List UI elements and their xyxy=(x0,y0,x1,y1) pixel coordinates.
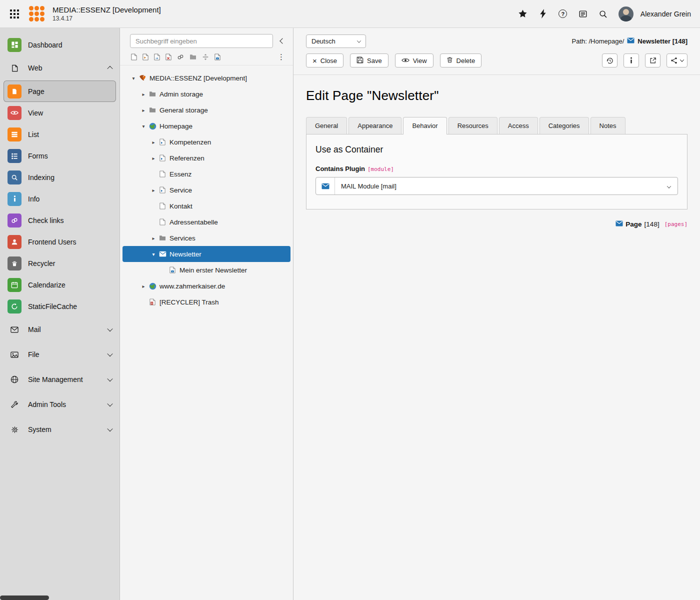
admin-tools-section-icon xyxy=(8,400,22,408)
record-uid: [148] xyxy=(644,220,660,228)
tab-access[interactable]: Access xyxy=(499,117,538,134)
module-section-mail[interactable]: Mail xyxy=(0,317,120,342)
chevron-collapsed-icon[interactable]: ▸ xyxy=(150,188,158,193)
chevron-down-icon xyxy=(107,326,112,332)
chevron-collapsed-icon[interactable]: ▸ xyxy=(150,236,158,241)
tree-node-kontakt[interactable]: Kontakt xyxy=(122,198,290,214)
new-separator-icon[interactable] xyxy=(202,54,209,60)
view-button[interactable]: View xyxy=(395,54,434,68)
chevron-collapsed-icon[interactable]: ▸ xyxy=(150,156,158,161)
module-section-web[interactable]: Web xyxy=(0,56,120,80)
module-staticfilecache[interactable]: StaticFileCache xyxy=(0,296,120,317)
close-button[interactable]: × Close xyxy=(306,54,344,68)
bookmark-star-icon[interactable] xyxy=(514,6,532,22)
tree-node-recycler-trash[interactable]: [RECYCLER] Trash xyxy=(122,294,290,310)
view-button-label: View xyxy=(413,57,427,64)
chevron-collapsed-icon[interactable]: ▸ xyxy=(140,284,148,289)
clear-cache-bolt-icon[interactable] xyxy=(534,6,552,22)
module-section-site-management[interactable]: Site Management xyxy=(0,367,120,392)
language-select[interactable]: Deutsch xyxy=(306,34,366,48)
new-standard-page-icon[interactable] xyxy=(131,54,137,60)
chevron-expanded-icon[interactable]: ▾ xyxy=(140,124,148,129)
new-mountpoint-page-icon[interactable] xyxy=(177,54,184,60)
module-calendarize[interactable]: Calendarize xyxy=(0,274,120,296)
collapse-tree-icon[interactable] xyxy=(276,34,289,48)
contains-plugin-select[interactable]: MAIL Module [mail] xyxy=(316,177,678,195)
close-button-label: Close xyxy=(320,57,337,64)
module-section-file[interactable]: File xyxy=(0,342,120,367)
view-module-icon xyxy=(8,106,22,120)
module-list[interactable]: List xyxy=(0,124,120,145)
module-forms[interactable]: Forms xyxy=(0,145,120,166)
module-recycler[interactable]: Recycler xyxy=(0,252,120,274)
chevron-collapsed-icon[interactable]: ▸ xyxy=(140,92,148,97)
modules-grid-icon[interactable] xyxy=(6,6,23,22)
tab-categories[interactable]: Categories xyxy=(540,117,589,134)
globe-icon xyxy=(148,122,158,130)
module-frontend-users[interactable]: Frontend Users xyxy=(0,231,120,252)
tree-node-services[interactable]: ▸ Services xyxy=(122,230,290,246)
module-label: Frontend Users xyxy=(28,238,76,246)
new-external-link-page-icon[interactable] xyxy=(154,54,160,60)
module-section-system[interactable]: System xyxy=(0,417,120,442)
tab-resources[interactable]: Resources xyxy=(448,117,498,134)
tree-node-zahmerkaiser[interactable]: ▸ www.zahmerkaiser.de xyxy=(122,278,290,294)
page-icon xyxy=(158,170,168,178)
tree-node-label: www.zahmerkaiser.de xyxy=(160,282,225,290)
section-label: System xyxy=(28,426,52,434)
user-name[interactable]: Alexander Grein xyxy=(640,10,691,18)
web-section-icon xyxy=(8,64,22,72)
tree-node-newsletter[interactable]: ▾ Newsletter xyxy=(122,246,290,262)
delete-button[interactable]: Delete xyxy=(440,54,482,68)
module-section-admin-tools[interactable]: Admin Tools xyxy=(0,392,120,417)
new-folder-icon[interactable] xyxy=(190,54,196,60)
search-icon[interactable] xyxy=(594,6,612,22)
system-section-icon xyxy=(8,426,22,434)
tab-notes[interactable]: Notes xyxy=(590,117,626,134)
folder-icon xyxy=(148,107,158,113)
tab-behavior[interactable]: Behavior xyxy=(403,117,446,134)
tree-node-admin-storage[interactable]: ▸ Admin storage xyxy=(122,86,290,102)
chevron-expanded-icon[interactable]: ▾ xyxy=(150,252,158,257)
history-button[interactable] xyxy=(602,54,618,68)
chevron-down-icon xyxy=(357,38,361,42)
save-button[interactable]: Save xyxy=(350,54,388,68)
module-check-links[interactable]: Check links xyxy=(0,210,120,231)
module-indexing[interactable]: Indexing xyxy=(0,166,120,188)
new-shortcut-page-icon[interactable] xyxy=(142,54,148,60)
info-button[interactable] xyxy=(624,54,639,68)
horizontal-scrollbar-thumb[interactable] xyxy=(0,596,49,600)
module-view[interactable]: View xyxy=(0,102,120,124)
tab-general[interactable]: General xyxy=(306,117,347,134)
system-information-icon[interactable] xyxy=(574,6,592,22)
user-avatar[interactable] xyxy=(618,6,634,22)
tree-node-service[interactable]: ▸ Service xyxy=(122,182,290,198)
section-label: Mail xyxy=(28,326,41,334)
open-in-new-window-button[interactable] xyxy=(645,54,660,68)
tree-node-mein-erster-newsletter[interactable]: Mein erster Newsletter xyxy=(122,262,290,278)
module-page[interactable]: Page xyxy=(4,80,116,102)
help-icon[interactable]: ? xyxy=(554,6,572,22)
page-icon xyxy=(158,218,168,226)
new-recycler-page-icon[interactable] xyxy=(166,54,172,60)
tree-node-essenz[interactable]: Essenz xyxy=(122,166,290,182)
module-info[interactable]: Info xyxy=(0,188,120,210)
tree-node-homepage[interactable]: ▾ Homepage xyxy=(122,118,290,134)
tree-node-general-storage[interactable]: ▸ General storage xyxy=(122,102,290,118)
page-tree: ▾ MEDIA::ESSENZ [Development] ▸ Admin st… xyxy=(120,66,293,600)
tab-appearance[interactable]: Appearance xyxy=(348,117,402,134)
tree-node-adressentabelle[interactable]: Adressentabelle xyxy=(122,214,290,230)
tree-more-options-icon[interactable]: ⋮ xyxy=(278,53,285,60)
tree-search-input[interactable] xyxy=(130,34,273,48)
new-mail-page-icon[interactable] xyxy=(214,54,220,60)
module-dashboard[interactable]: Dashboard xyxy=(0,34,120,56)
chevron-expanded-icon[interactable]: ▾ xyxy=(130,76,138,81)
tree-node-root[interactable]: ▾ MEDIA::ESSENZ [Development] xyxy=(122,70,290,86)
tree-node-referenzen[interactable]: ▸ Referenzen xyxy=(122,150,290,166)
chevron-collapsed-icon[interactable]: ▸ xyxy=(140,108,148,113)
share-button[interactable] xyxy=(666,54,688,68)
tree-node-kompetenzen[interactable]: ▸ Kompetenzen xyxy=(122,134,290,150)
section-label: File xyxy=(28,350,40,358)
chevron-collapsed-icon[interactable]: ▸ xyxy=(150,140,158,145)
staticfilecache-module-icon xyxy=(8,300,22,314)
